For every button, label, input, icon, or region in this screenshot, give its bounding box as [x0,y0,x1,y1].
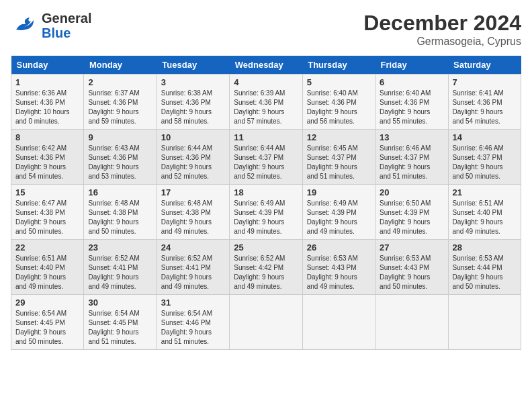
calendar-day-cell [375,295,448,350]
calendar-day-cell: 1Sunrise: 6:36 AMSunset: 4:36 PMDaylight… [11,75,84,130]
logo-blue-text: Blue [42,26,91,40]
day-info: Sunrise: 6:40 AMSunset: 4:36 PMDaylight:… [380,89,443,126]
calendar-day-cell: 28Sunrise: 6:53 AMSunset: 4:44 PMDayligh… [448,240,521,295]
calendar-day-cell: 8Sunrise: 6:42 AMSunset: 4:36 PMDaylight… [11,130,84,185]
calendar-day-cell: 30Sunrise: 6:54 AMSunset: 4:45 PMDayligh… [84,295,157,350]
calendar-day-cell: 10Sunrise: 6:44 AMSunset: 4:36 PMDayligh… [157,130,229,185]
day-number: 4 [234,77,298,87]
day-info: Sunrise: 6:53 AMSunset: 4:44 PMDaylight:… [453,254,517,291]
calendar-day-cell: 5Sunrise: 6:40 AMSunset: 4:36 PMDaylight… [302,75,375,130]
calendar-day-cell: 6Sunrise: 6:40 AMSunset: 4:36 PMDaylight… [375,75,448,130]
calendar-day-cell: 29Sunrise: 6:54 AMSunset: 4:45 PMDayligh… [11,295,84,350]
day-info: Sunrise: 6:50 AMSunset: 4:39 PMDaylight:… [380,199,443,236]
calendar-title: December 2024 [363,11,521,36]
logo-general-text: General [42,11,91,26]
day-of-week-header: Friday [375,56,448,75]
day-number: 24 [161,242,225,253]
calendar-day-cell: 25Sunrise: 6:52 AMSunset: 4:42 PMDayligh… [230,240,302,295]
day-number: 6 [380,77,443,87]
day-info: Sunrise: 6:37 AMSunset: 4:36 PMDaylight:… [88,89,152,126]
day-of-week-header: Wednesday [230,56,302,75]
calendar-day-cell: 4Sunrise: 6:39 AMSunset: 4:36 PMDaylight… [230,75,302,130]
day-number: 16 [88,187,152,197]
day-info: Sunrise: 6:52 AMSunset: 4:41 PMDaylight:… [88,254,152,291]
day-number: 26 [307,242,371,253]
day-info: Sunrise: 6:46 AMSunset: 4:37 PMDaylight:… [453,144,517,181]
calendar-body: 1Sunrise: 6:36 AMSunset: 4:36 PMDaylight… [11,75,521,350]
calendar-day-cell: 16Sunrise: 6:48 AMSunset: 4:38 PMDayligh… [84,185,157,240]
day-of-week-header: Tuesday [157,56,229,75]
calendar-day-cell: 24Sunrise: 6:52 AMSunset: 4:41 PMDayligh… [157,240,229,295]
day-info: Sunrise: 6:51 AMSunset: 4:40 PMDaylight:… [453,199,517,236]
calendar-day-cell [448,295,521,350]
calendar-header: SundayMondayTuesdayWednesdayThursdayFrid… [11,56,521,75]
day-info: Sunrise: 6:36 AMSunset: 4:36 PMDaylight:… [15,89,79,126]
day-info: Sunrise: 6:41 AMSunset: 4:36 PMDaylight:… [453,89,517,126]
day-number: 13 [380,132,443,142]
page-header: General Blue December 2024 Germasogeia, … [11,11,521,48]
calendar-subtitle: Germasogeia, Cyprus [363,36,521,48]
calendar-day-cell [230,295,302,350]
day-number: 27 [380,242,443,253]
calendar-day-cell: 31Sunrise: 6:54 AMSunset: 4:46 PMDayligh… [157,295,229,350]
day-number: 3 [161,77,225,87]
day-info: Sunrise: 6:54 AMSunset: 4:45 PMDaylight:… [88,309,152,347]
day-number: 22 [15,242,79,253]
day-number: 23 [88,242,152,253]
day-number: 20 [380,187,443,197]
day-info: Sunrise: 6:43 AMSunset: 4:36 PMDaylight:… [88,144,152,181]
day-number: 14 [453,132,517,142]
day-number: 7 [453,77,517,87]
day-number: 21 [453,187,517,197]
calendar-day-cell: 7Sunrise: 6:41 AMSunset: 4:36 PMDaylight… [448,75,521,130]
calendar-day-cell: 15Sunrise: 6:47 AMSunset: 4:38 PMDayligh… [11,185,84,240]
day-number: 2 [88,77,152,87]
day-number: 17 [161,187,225,197]
calendar-day-cell: 19Sunrise: 6:49 AMSunset: 4:39 PMDayligh… [302,185,375,240]
day-number: 12 [307,132,371,142]
day-header-row: SundayMondayTuesdayWednesdayThursdayFrid… [11,56,521,75]
day-number: 9 [88,132,152,142]
day-info: Sunrise: 6:47 AMSunset: 4:38 PMDaylight:… [15,199,79,236]
day-info: Sunrise: 6:54 AMSunset: 4:45 PMDaylight:… [15,309,79,347]
calendar-day-cell: 22Sunrise: 6:51 AMSunset: 4:40 PMDayligh… [11,240,84,295]
calendar-day-cell: 9Sunrise: 6:43 AMSunset: 4:36 PMDaylight… [84,130,157,185]
calendar-week-row: 15Sunrise: 6:47 AMSunset: 4:38 PMDayligh… [11,185,521,240]
day-number: 11 [234,132,298,142]
calendar-day-cell: 17Sunrise: 6:48 AMSunset: 4:38 PMDayligh… [157,185,229,240]
calendar-day-cell [302,295,375,350]
day-info: Sunrise: 6:49 AMSunset: 4:39 PMDaylight:… [234,199,298,236]
calendar-day-cell: 12Sunrise: 6:45 AMSunset: 4:37 PMDayligh… [302,130,375,185]
calendar-week-row: 22Sunrise: 6:51 AMSunset: 4:40 PMDayligh… [11,240,521,295]
day-info: Sunrise: 6:38 AMSunset: 4:36 PMDaylight:… [161,89,225,126]
day-info: Sunrise: 6:44 AMSunset: 4:36 PMDaylight:… [161,144,225,181]
calendar-day-cell: 13Sunrise: 6:46 AMSunset: 4:37 PMDayligh… [375,130,448,185]
day-number: 10 [161,132,225,142]
calendar-day-cell: 26Sunrise: 6:53 AMSunset: 4:43 PMDayligh… [302,240,375,295]
day-number: 28 [453,242,517,253]
day-of-week-header: Monday [84,56,157,75]
day-number: 19 [307,187,371,197]
day-info: Sunrise: 6:53 AMSunset: 4:43 PMDaylight:… [380,254,443,291]
logo-text: General Blue [42,11,91,40]
calendar-day-cell: 2Sunrise: 6:37 AMSunset: 4:36 PMDaylight… [84,75,157,130]
day-info: Sunrise: 6:48 AMSunset: 4:38 PMDaylight:… [88,199,152,236]
day-info: Sunrise: 6:40 AMSunset: 4:36 PMDaylight:… [307,89,371,126]
calendar-week-row: 1Sunrise: 6:36 AMSunset: 4:36 PMDaylight… [11,75,521,130]
day-info: Sunrise: 6:51 AMSunset: 4:40 PMDaylight:… [15,254,79,291]
title-block: December 2024 Germasogeia, Cyprus [363,11,521,48]
day-info: Sunrise: 6:49 AMSunset: 4:39 PMDaylight:… [307,199,371,236]
day-info: Sunrise: 6:42 AMSunset: 4:36 PMDaylight:… [15,144,79,181]
day-info: Sunrise: 6:39 AMSunset: 4:36 PMDaylight:… [234,89,298,126]
day-info: Sunrise: 6:52 AMSunset: 4:41 PMDaylight:… [161,254,225,291]
calendar-week-row: 29Sunrise: 6:54 AMSunset: 4:45 PMDayligh… [11,295,521,350]
day-info: Sunrise: 6:52 AMSunset: 4:42 PMDaylight:… [234,254,298,291]
day-info: Sunrise: 6:46 AMSunset: 4:37 PMDaylight:… [380,144,443,181]
calendar-day-cell: 11Sunrise: 6:44 AMSunset: 4:37 PMDayligh… [230,130,302,185]
calendar-day-cell: 18Sunrise: 6:49 AMSunset: 4:39 PMDayligh… [230,185,302,240]
calendar-day-cell: 20Sunrise: 6:50 AMSunset: 4:39 PMDayligh… [375,185,448,240]
calendar-day-cell: 23Sunrise: 6:52 AMSunset: 4:41 PMDayligh… [84,240,157,295]
day-number: 31 [161,298,225,308]
day-info: Sunrise: 6:53 AMSunset: 4:43 PMDaylight:… [307,254,371,291]
logo: General Blue [11,11,91,40]
